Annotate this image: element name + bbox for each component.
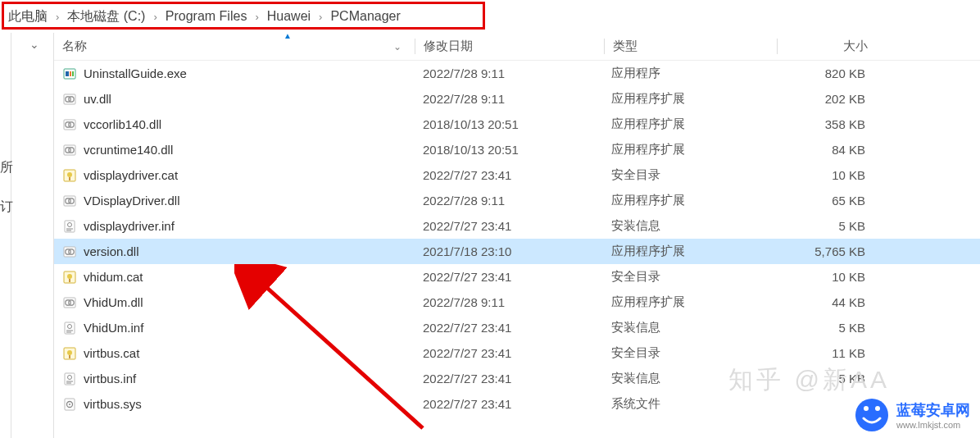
file-row[interactable]: vdisplaydriver.inf2022/7/27 23:41安装信息5 K… — [54, 213, 980, 239]
file-type: 安装信息 — [603, 213, 775, 239]
file-row[interactable]: VhidUm.inf2022/7/27 23:41安装信息5 KB — [54, 315, 980, 340]
file-size: 358 KB — [775, 112, 873, 137]
file-date: 2018/10/13 20:51 — [415, 137, 603, 162]
column-header-label: 名称 — [62, 39, 87, 54]
file-date: 2022/7/27 23:41 — [415, 315, 603, 340]
column-header-label: 修改日期 — [424, 39, 473, 54]
file-type: 应用程序扩展 — [603, 188, 775, 213]
chevron-right-icon: › — [153, 11, 157, 23]
file-name: virtbus.inf — [84, 372, 136, 386]
svg-rect-17 — [69, 177, 70, 180]
file-name: uv.dll — [84, 92, 111, 106]
file-row[interactable]: vcruntime140.dll2018/10/13 20:51应用程序扩展84… — [54, 137, 980, 162]
file-name: vdisplaydriver.inf — [84, 219, 175, 233]
file-type: 安装信息 — [603, 366, 775, 391]
tree-caret-down-icon[interactable]: ⌄ — [29, 38, 39, 51]
file-size: 65 KB — [775, 188, 873, 213]
file-type: 安全目录 — [603, 264, 775, 290]
breadcrumb-segment[interactable]: Program Files — [166, 9, 247, 24]
file-row[interactable]: version.dll2021/7/18 23:10应用程序扩展5,765 KB — [54, 239, 980, 264]
chevron-down-icon[interactable]: ⌄ — [393, 41, 406, 52]
svg-rect-3 — [66, 71, 69, 76]
file-type: 应用程序扩展 — [603, 290, 775, 315]
dll-file-icon — [62, 143, 77, 157]
column-header-date[interactable]: 修改日期 — [415, 33, 604, 60]
file-size: 5,765 KB — [775, 239, 873, 264]
left-cut-fragment: 所 订 — [0, 33, 11, 438]
svg-rect-4 — [70, 71, 71, 76]
file-date: 2022/7/28 9:11 — [415, 188, 603, 213]
dll-file-icon — [62, 117, 77, 132]
column-headers[interactable]: ▲ 名称 ⌄ 修改日期 类型 大小 — [54, 33, 980, 61]
file-type: 安全目录 — [603, 162, 775, 188]
file-row[interactable]: vhidum.cat2022/7/27 23:41安全目录10 KB — [54, 264, 980, 290]
watermark-brand: 蓝莓安卓网 — [896, 400, 970, 420]
breadcrumb-segment[interactable]: 本地磁盘 (C:) — [67, 8, 145, 25]
file-size: 44 KB — [775, 290, 873, 315]
chevron-right-icon: › — [56, 11, 59, 23]
chevron-right-icon: › — [255, 11, 258, 23]
file-name: virtbus.sys — [84, 397, 142, 411]
dll-file-icon — [62, 295, 77, 310]
file-type: 应用程序扩展 — [603, 137, 775, 162]
file-row[interactable]: vccorlib140.dll2018/10/13 20:51应用程序扩展358… — [54, 112, 980, 137]
column-header-type[interactable]: 类型 — [605, 33, 777, 60]
inf-file-icon — [62, 219, 77, 234]
file-row[interactable]: uv.dll2022/7/28 9:11应用程序扩展202 KB — [54, 86, 980, 112]
file-name: vhidum.cat — [84, 270, 143, 284]
file-date: 2018/10/13 20:51 — [415, 112, 603, 137]
address-bar[interactable]: 此电脑›本地磁盘 (C:)›Program Files›Huawei›PCMan… — [0, 0, 980, 33]
watermark-url: www.lmkjst.com — [896, 420, 970, 430]
file-size: 820 KB — [775, 61, 873, 86]
file-name: vcruntime140.dll — [84, 143, 173, 157]
file-size: 11 KB — [775, 340, 873, 366]
file-name: VhidUm.dll — [84, 295, 143, 309]
file-row[interactable]: virtbus.cat2022/7/27 23:41安全目录11 KB — [54, 340, 980, 366]
dll-file-icon — [62, 194, 77, 208]
file-row[interactable]: virtbus.sys2022/7/27 23:41系统文件 — [54, 391, 980, 417]
file-type: 安全目录 — [603, 340, 775, 366]
inf-file-icon — [62, 321, 77, 335]
breadcrumb-segment[interactable]: Huawei — [267, 9, 311, 24]
file-row[interactable]: vdisplaydriver.cat2022/7/27 23:41安全目录10 … — [54, 162, 980, 188]
file-name: vdisplaydriver.cat — [84, 168, 178, 182]
svg-point-47 — [69, 404, 70, 405]
file-date: 2022/7/28 9:11 — [415, 86, 603, 112]
file-date: 2022/7/28 9:11 — [415, 290, 603, 315]
breadcrumb[interactable]: 此电脑›本地磁盘 (C:)›Program Files›Huawei›PCMan… — [0, 2, 409, 32]
svg-point-49 — [864, 406, 869, 411]
file-row[interactable]: VDisplayDriver.dll2022/7/28 9:11应用程序扩展65… — [54, 188, 980, 213]
file-date: 2022/7/27 23:41 — [415, 340, 603, 366]
file-date: 2022/7/27 23:41 — [415, 366, 603, 391]
file-size: 5 KB — [775, 213, 873, 239]
breadcrumb-segment[interactable]: 此电脑 — [8, 8, 48, 25]
file-date: 2021/7/18 23:10 — [415, 239, 603, 264]
breadcrumb-segment[interactable]: PCManager — [330, 9, 400, 24]
file-size: 84 KB — [775, 137, 873, 162]
column-header-name[interactable]: 名称 ⌄ — [54, 33, 415, 60]
chevron-right-icon: › — [319, 11, 322, 23]
svg-rect-5 — [72, 71, 74, 76]
file-date: 2022/7/27 23:41 — [415, 264, 603, 290]
file-name: version.dll — [84, 244, 139, 258]
file-date: 2022/7/27 23:41 — [415, 391, 603, 417]
cat-file-icon — [62, 270, 77, 285]
nav-tree-area[interactable]: ⌄ — [11, 33, 54, 438]
file-row[interactable]: virtbus.inf2022/7/27 23:41安装信息5 KB — [54, 366, 980, 391]
cat-file-icon — [62, 346, 77, 361]
svg-point-16 — [67, 172, 72, 177]
file-type: 应用程序扩展 — [603, 86, 775, 112]
file-size: 10 KB — [775, 162, 873, 188]
file-name: virtbus.cat — [84, 346, 139, 360]
file-row[interactable]: VhidUm.dll2022/7/28 9:11应用程序扩展44 KB — [54, 290, 980, 315]
file-size: 5 KB — [775, 366, 873, 391]
dll-file-icon — [62, 92, 77, 107]
file-row[interactable]: UninstallGuide.exe2022/7/28 9:11应用程序820 … — [54, 61, 980, 86]
file-size: 202 KB — [775, 86, 873, 112]
file-type: 系统文件 — [603, 391, 775, 417]
file-name: VDisplayDriver.dll — [84, 194, 180, 208]
svg-point-50 — [875, 406, 880, 411]
column-header-size[interactable]: 大小 — [778, 33, 876, 60]
svg-point-39 — [67, 350, 72, 355]
exe-file-icon — [62, 66, 77, 81]
